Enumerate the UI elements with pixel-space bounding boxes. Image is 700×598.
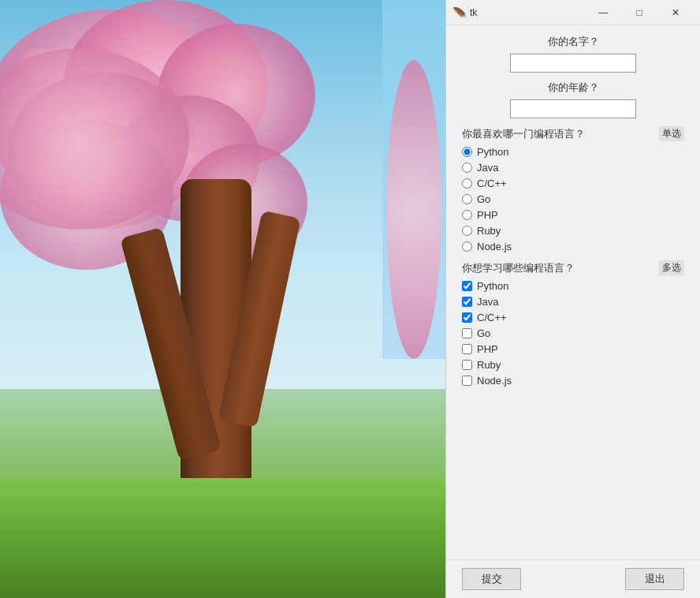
radio-label-r_php: PHP (477, 209, 498, 221)
checkbox-item-python[interactable]: Python (462, 280, 684, 292)
checkbox-label-c_ruby: Ruby (477, 359, 501, 371)
age-label: 你的年龄？ (462, 80, 684, 95)
checkbox-item-ruby[interactable]: Ruby (462, 359, 684, 371)
form-content: 你的名字？ 你的年龄？ 你最喜欢哪一门编程语言？ 单选 PythonJavaC/… (446, 25, 700, 559)
radio-question-row: 你最喜欢哪一门编程语言？ 单选 (462, 126, 684, 141)
radio-label-r_cpp: C/C++ (477, 178, 507, 189)
checkbox-item-java[interactable]: Java (462, 296, 684, 308)
checkbox-c_php[interactable] (462, 344, 472, 354)
checkbox-label-c_php: PHP (477, 343, 498, 355)
background-scene (0, 0, 445, 598)
checkbox-label-c_java: Java (477, 296, 498, 308)
checkbox-c_java[interactable] (462, 297, 472, 307)
title-bar: 🪶 tk — □ ✕ (446, 0, 700, 25)
name-input[interactable] (510, 54, 636, 73)
exit-button[interactable]: 退出 (625, 568, 684, 590)
checkbox-c_go[interactable] (462, 328, 472, 338)
name-label: 你的名字？ (462, 35, 684, 49)
right-blossom (386, 60, 441, 359)
checkbox-c_nodejs[interactable] (462, 376, 472, 386)
ground (0, 478, 445, 598)
checkbox-c_cpp[interactable] (462, 312, 472, 323)
radio-label-r_python: Python (477, 146, 508, 158)
checkbox-item-nodejs[interactable]: Node.js (462, 375, 684, 387)
radio-r_python[interactable] (462, 147, 472, 157)
radio-question-text: 你最喜欢哪一门编程语言？ (462, 127, 585, 141)
checkbox-c_ruby[interactable] (462, 360, 472, 370)
window-controls: — □ ✕ (585, 0, 694, 25)
checkbox-label-c_go: Go (477, 327, 490, 339)
radio-item-ruby[interactable]: Ruby (462, 225, 684, 237)
radio-label-r_nodejs: Node.js (477, 241, 512, 252)
tk-window: 🪶 tk — □ ✕ 你的名字？ 你的年龄？ 你最喜欢哪一门编程语言？ 单选 P… (445, 0, 700, 598)
radio-r_nodejs[interactable] (462, 241, 472, 252)
radio-item-go[interactable]: Go (462, 193, 684, 205)
checkbox-label-c_python: Python (477, 280, 508, 292)
radio-item-nodejs[interactable]: Node.js (462, 241, 684, 252)
checkbox-label-c_nodejs: Node.js (477, 375, 512, 387)
radio-item-java[interactable]: Java (462, 162, 684, 174)
submit-button[interactable]: 提交 (462, 568, 521, 590)
radio-r_cpp[interactable] (462, 178, 472, 189)
checkbox-question-row: 你想学习哪些编程语言？ 多选 (462, 260, 684, 275)
checkbox-item-cc[interactable]: C/C++ (462, 312, 684, 323)
radio-r_java[interactable] (462, 163, 472, 173)
checkbox-item-go[interactable]: Go (462, 327, 684, 339)
radio-item-python[interactable]: Python (462, 146, 684, 158)
app-icon: 🪶 (452, 6, 465, 19)
radio-r_php[interactable] (462, 210, 472, 220)
radio-label-r_java: Java (477, 162, 498, 174)
checkbox-question-text: 你想学习哪些编程语言？ (462, 261, 575, 275)
radio-badge: 单选 (659, 126, 684, 141)
minimize-button[interactable]: — (585, 0, 621, 25)
form-footer: 提交 退出 (446, 559, 700, 598)
radio-label-r_go: Go (477, 193, 490, 205)
radio-r_ruby[interactable] (462, 226, 472, 236)
checkbox-item-php[interactable]: PHP (462, 343, 684, 355)
checkbox-options: PythonJavaC/C++GoPHPRubyNode.js (462, 280, 684, 387)
window-title: tk (470, 7, 585, 18)
radio-options: PythonJavaC/C++GoPHPRubyNode.js (462, 146, 684, 252)
age-input[interactable] (510, 99, 636, 118)
checkbox-badge: 多选 (659, 260, 684, 275)
checkbox-label-c_cpp: C/C++ (477, 312, 507, 323)
close-button[interactable]: ✕ (657, 0, 694, 25)
radio-item-cc[interactable]: C/C++ (462, 178, 684, 189)
maximize-button[interactable]: □ (621, 0, 657, 25)
tree-trunk (181, 179, 251, 508)
checkbox-c_python[interactable] (462, 281, 472, 291)
radio-r_go[interactable] (462, 194, 472, 204)
radio-label-r_ruby: Ruby (477, 225, 501, 237)
radio-item-php[interactable]: PHP (462, 209, 684, 221)
